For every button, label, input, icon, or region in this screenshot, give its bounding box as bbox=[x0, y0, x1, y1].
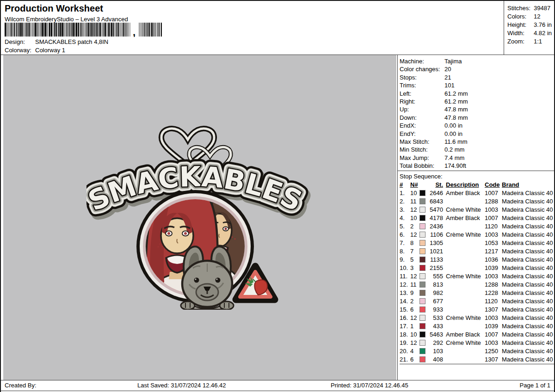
stop-number: 7. bbox=[400, 239, 405, 247]
stop-row: 11.12555Crème White1003Madeira Classic 4… bbox=[400, 272, 555, 281]
barcode-bar bbox=[155, 23, 156, 37]
barcode-bar bbox=[104, 23, 104, 37]
needle-number: 5 bbox=[410, 256, 413, 264]
thread-description: Crème White bbox=[446, 272, 481, 281]
stat-row: Zoom:1:1 bbox=[504, 37, 555, 46]
barcode-bar bbox=[153, 23, 154, 37]
thread-code: 1120 bbox=[485, 222, 498, 231]
barcode-bar bbox=[149, 23, 150, 37]
barcode-bar bbox=[53, 23, 54, 37]
thread-code: 1007 bbox=[485, 331, 498, 339]
machine-info-label: Up: bbox=[400, 105, 444, 113]
thread-color-chip bbox=[419, 190, 426, 196]
needle-number: 8 bbox=[410, 239, 413, 247]
stat-value: 1:1 bbox=[534, 37, 542, 46]
barcode-bar bbox=[71, 23, 71, 37]
barcode-bar bbox=[68, 23, 68, 37]
thread-color-chip bbox=[419, 331, 426, 337]
needle-number: 12 bbox=[410, 339, 417, 347]
needle-number: 12 bbox=[410, 314, 417, 322]
thread-color-chip bbox=[419, 257, 426, 263]
barcode-bar bbox=[127, 23, 129, 37]
thread-color-chip bbox=[419, 265, 426, 271]
machine-info-value: 47.8 mm bbox=[444, 114, 468, 122]
thread-color-chip bbox=[419, 198, 426, 204]
thread-description: Crème White bbox=[446, 206, 481, 214]
thread-code: 1003 bbox=[485, 339, 498, 347]
barcode-bar bbox=[29, 23, 30, 37]
stop-row: 14.26771120Madeira Classic 40 bbox=[400, 297, 555, 306]
column-header: St. bbox=[426, 181, 443, 189]
thread-color-chip bbox=[419, 323, 426, 329]
thread-brand: Madeira Classic 40 bbox=[502, 256, 553, 264]
barcode-bar bbox=[42, 23, 43, 37]
thread-brand: Madeira Classic 40 bbox=[502, 347, 553, 355]
barcode-separator: , bbox=[133, 26, 136, 37]
thread-color-chip bbox=[419, 356, 426, 362]
machine-info-row: Left:61.2 mm bbox=[400, 90, 555, 98]
thread-code: 1120 bbox=[485, 297, 498, 306]
machine-info-row: Down:47.8 mm bbox=[400, 114, 555, 122]
stitch-count: 1305 bbox=[426, 239, 443, 247]
barcode-bar bbox=[108, 23, 110, 37]
thread-color-chip bbox=[419, 306, 426, 312]
barcode-bar bbox=[69, 23, 70, 37]
barcode-bar bbox=[157, 23, 158, 37]
thread-description: Amber Black bbox=[446, 189, 480, 197]
barcode-bar bbox=[156, 23, 157, 37]
machine-info-label: Left: bbox=[400, 90, 444, 98]
barcode-bar bbox=[105, 23, 106, 37]
barcode-bar bbox=[57, 23, 58, 37]
needle-number: 12 bbox=[410, 272, 417, 281]
stat-label: Stitches: bbox=[507, 4, 534, 12]
thread-brand: Madeira Classic 40 bbox=[502, 322, 553, 331]
barcode-bar bbox=[99, 23, 101, 37]
stop-number: 16. bbox=[400, 314, 408, 322]
barcode-bar bbox=[16, 23, 17, 37]
barcode-bar bbox=[19, 23, 21, 37]
machine-info-row: Trims:101 bbox=[400, 81, 555, 89]
barcode-bar bbox=[94, 23, 95, 37]
embroidery-patch-preview: SMACKABLES SMACKABLES SMACKABLES SMACKAB… bbox=[86, 125, 318, 310]
machine-info-value: 61.2 mm bbox=[444, 98, 468, 105]
stat-row: Height:3.76 in bbox=[504, 21, 555, 29]
barcode-bar bbox=[151, 23, 153, 37]
stop-number: 2. bbox=[400, 197, 405, 206]
thread-brand: Madeira Classic 40 bbox=[502, 264, 553, 272]
thread-description: Crème White bbox=[446, 231, 481, 239]
stitch-count: 813 bbox=[426, 281, 443, 289]
barcode-bar bbox=[97, 23, 98, 37]
barcode-bar bbox=[99, 23, 99, 37]
barcode-bar bbox=[90, 23, 91, 37]
thread-color-chip bbox=[419, 273, 426, 279]
thread-brand: Madeira Classic 40 bbox=[502, 355, 553, 364]
barcode-bar bbox=[140, 23, 141, 37]
thread-code: 1288 bbox=[485, 197, 498, 206]
barcode-bar bbox=[78, 23, 79, 37]
barcode-bar bbox=[88, 23, 89, 37]
barcode-bar bbox=[130, 23, 130, 37]
barcode-bar bbox=[80, 23, 81, 37]
stop-row: 4.104178Amber Black1007Madeira Classic 4… bbox=[400, 214, 555, 222]
stop-sequence-section: Stop Sequence: #N#St.DescriptionCodeBran… bbox=[398, 171, 555, 364]
stat-value: 4.82 in bbox=[534, 29, 552, 37]
thread-description: Crème White bbox=[446, 314, 481, 322]
stitch-count: 4178 bbox=[426, 214, 443, 222]
stitch-count: 933 bbox=[426, 306, 443, 314]
barcode-bar bbox=[31, 23, 31, 37]
barcode-bar bbox=[85, 23, 86, 37]
thread-code: 1250 bbox=[485, 347, 498, 355]
thread-code: 1003 bbox=[485, 314, 498, 322]
barcode-bar bbox=[60, 23, 62, 37]
stop-row: 3.125470Crème White1003Madeira Classic 4… bbox=[400, 206, 555, 214]
barcode-bar bbox=[117, 23, 119, 37]
stop-number: 20. bbox=[400, 347, 408, 355]
needle-number: 11 bbox=[410, 281, 417, 289]
barcode-bar bbox=[142, 23, 143, 37]
colorway-row: Colorway:Colorway 1 bbox=[5, 46, 65, 55]
page-number: Page 1 of 1 bbox=[520, 380, 551, 391]
barcode-bar bbox=[106, 23, 108, 37]
barcode-bar bbox=[150, 23, 151, 37]
machine-info-label: Min Stitch: bbox=[400, 146, 444, 153]
stop-row: 7.813051053Madeira Classic 40 bbox=[400, 239, 555, 247]
